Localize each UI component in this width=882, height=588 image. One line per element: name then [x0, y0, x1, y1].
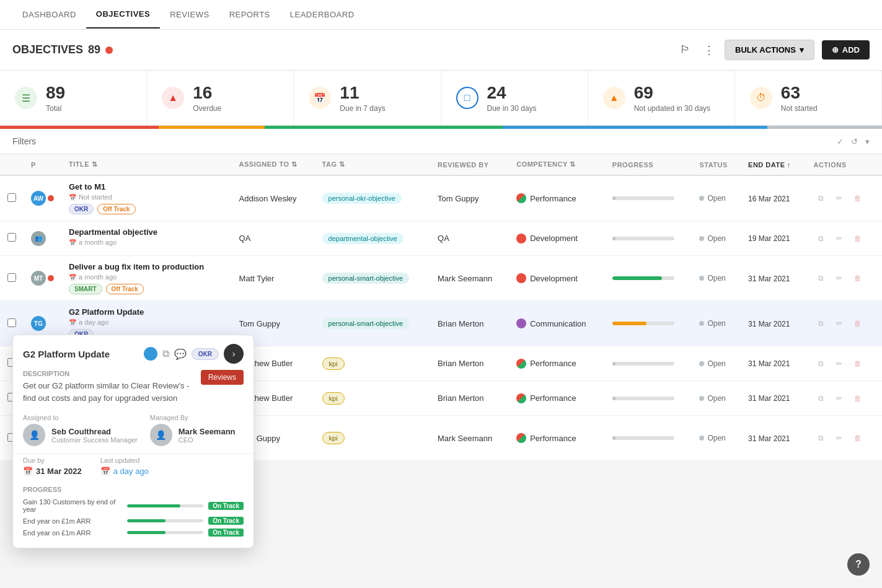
col-status[interactable]: STATUS [692, 154, 741, 175]
row-avatar: MT [31, 271, 46, 286]
pb-due7 [159, 126, 265, 129]
calendar-icon: 📅 [69, 239, 76, 246]
row-checkbox[interactable] [7, 273, 16, 282]
edit-action-icon[interactable]: ✏ [832, 316, 847, 331]
filters-label[interactable]: Filters [12, 136, 36, 146]
more-button[interactable]: ⋮ [701, 41, 717, 59]
row-checkbox[interactable] [7, 233, 16, 242]
page-header: OBJECTIVES 89 🏳 ⋮ BULK ACTIONS ▾ ⊕ ADD [0, 30, 882, 71]
nav-reviews[interactable]: REVIEWS [160, 1, 219, 28]
delete-action-icon[interactable]: 🗑 [850, 391, 865, 406]
competency-dot [516, 193, 526, 203]
row-status: Open [699, 274, 733, 283]
stat-label-not-updated: Not updated in 30 days [634, 104, 710, 113]
delete-action-icon[interactable]: 🗑 [850, 191, 865, 206]
filters-icons: ✓ ↺ ▾ [837, 137, 870, 146]
nav-objectives[interactable]: OBJECTIVES [86, 1, 160, 29]
delete-action-icon[interactable]: 🗑 [850, 356, 865, 371]
stat-icon-not-updated: ▲ [603, 87, 625, 109]
edit-action-icon[interactable]: ✏ [832, 391, 847, 406]
nav-reports[interactable]: REPORTS [219, 1, 280, 28]
row-title[interactable]: Deliver a bug fix item to production [69, 262, 224, 271]
col-tag[interactable]: TAG ⇅ [315, 154, 430, 175]
comment-icon[interactable]: 💬 [174, 348, 187, 360]
col-assigned[interactable]: ASSIGNED TO ⇅ [232, 154, 315, 175]
row-actions-cell: ⧉ ✏ 🗑 [806, 256, 882, 301]
row-checkbox[interactable] [7, 318, 16, 327]
col-title[interactable]: TITLE ⇅ [61, 154, 232, 175]
row-title[interactable]: Get to M1 [69, 182, 224, 191]
row-status-cell: Open [692, 256, 741, 301]
nav-dashboard[interactable]: DASHBOARD [12, 1, 86, 28]
copy-action-icon[interactable]: ⧉ [813, 356, 828, 371]
competency-dot [516, 433, 526, 443]
objectives-count: 89 [88, 43, 100, 56]
stat-due7[interactable]: 📅 11 Due in 7 days [294, 71, 441, 125]
bulk-actions-button[interactable]: BULK ACTIONS ▾ [725, 40, 814, 60]
copy-action-icon[interactable]: ⧉ [813, 316, 828, 331]
copy-action-icon[interactable]: ⧉ [813, 231, 828, 246]
row-title[interactable]: Departmental objective [69, 227, 224, 237]
stat-not-started[interactable]: ⏱ 63 Not started [735, 71, 882, 125]
row-status-cell: Open [692, 221, 741, 256]
row-status-cell: Open [692, 381, 741, 416]
row-progress-cell [605, 301, 692, 346]
add-button[interactable]: ⊕ ADD [822, 40, 870, 59]
delete-action-icon[interactable]: 🗑 [850, 316, 865, 331]
popup-card: G2 Platform Update ⧉ 💬 OKR › Description… [12, 335, 254, 461]
row-date-cell: 31 Mar 2021 [741, 346, 806, 381]
row-assigned-cell: Matt Tyler [232, 256, 315, 301]
edit-action-icon[interactable]: ✏ [832, 356, 847, 371]
col-competency[interactable]: COMPETENCY ⇅ [509, 154, 605, 175]
stat-num-overdue: 16 [193, 83, 221, 103]
delete-action-icon[interactable]: 🗑 [850, 231, 865, 246]
stat-not-updated[interactable]: ▲ 69 Not updated in 30 days [588, 71, 735, 125]
row-competency-cell: Performance [509, 381, 605, 416]
stat-due30[interactable]: □ 24 Due in 30 days [441, 71, 588, 125]
row-tag-pill: personal-okr-objective [322, 193, 402, 204]
stat-icon-not-started: ⏱ [750, 87, 772, 109]
col-reviewed[interactable]: REVIEWED BY [430, 154, 509, 175]
copy-action-icon[interactable]: ⧉ [813, 391, 828, 406]
row-status-cell: Open [692, 301, 741, 346]
copy-action-icon[interactable]: ⧉ [813, 191, 828, 206]
copy-icon[interactable]: ⧉ [162, 348, 169, 359]
nav-leaderboard[interactable]: LEADERBOARD [280, 1, 364, 28]
stat-overdue[interactable]: ▲ 16 Overdue [147, 71, 294, 125]
popup-reviews-button[interactable]: Reviews [201, 370, 244, 385]
row-progress-cell [605, 381, 692, 416]
competency-name: Communication [530, 319, 586, 328]
stat-label-due30: Due in 30 days [487, 104, 537, 113]
edit-action-icon[interactable]: ✏ [832, 231, 847, 246]
copy-action-icon[interactable]: ⧉ [813, 271, 828, 286]
calendar-icon: 📅 [69, 319, 76, 326]
popup-header: G2 Platform Update ⧉ 💬 OKR › [13, 335, 254, 370]
row-checkbox-cell [0, 256, 24, 301]
row-date: 31 Mar 2021 [748, 320, 790, 328]
pb-due30 [265, 126, 503, 129]
delete-action-icon[interactable]: 🗑 [850, 271, 865, 286]
stat-icon-total: ☰ [15, 87, 37, 109]
copy-action-icon[interactable]: ⧉ [813, 431, 828, 445]
delete-action-icon[interactable]: 🗑 [850, 431, 865, 445]
flag-button[interactable]: 🏳 [677, 41, 694, 59]
edit-action-icon[interactable]: ✏ [832, 431, 847, 445]
row-checkbox[interactable] [7, 193, 16, 202]
competency-dot [516, 359, 526, 369]
row-status: Open [699, 394, 733, 403]
edit-action-icon[interactable]: ✏ [832, 271, 847, 286]
competency-dot [516, 273, 526, 283]
row-title[interactable]: G2 Platform Update [69, 307, 224, 317]
stat-label-due7: Due in 7 days [340, 104, 385, 113]
edit-action-icon[interactable]: ✏ [832, 191, 847, 206]
popup-next-button[interactable]: › [224, 344, 244, 364]
chevron-down-icon[interactable]: ▾ [865, 137, 870, 146]
row-reviewed: Mark Seemann [438, 434, 492, 443]
col-progress[interactable]: PROGRESS [605, 154, 692, 175]
stat-total[interactable]: ☰ 89 Total [0, 71, 147, 125]
row-reviewed: QA [438, 234, 449, 243]
stats-row: ☰ 89 Total ▲ 16 Overdue 📅 11 Due in 7 da… [0, 71, 882, 126]
row-competency-cell: Performance [509, 346, 605, 381]
col-enddate[interactable]: END DATE ↑ [741, 154, 806, 175]
page-title: OBJECTIVES [12, 43, 83, 56]
